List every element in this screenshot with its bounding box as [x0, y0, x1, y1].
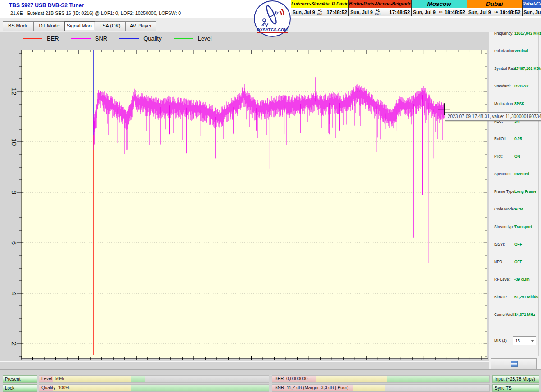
tab-av-player[interactable]: AV Player — [125, 21, 156, 31]
field-label: RollOff: — [494, 137, 507, 141]
field-label: ISSYI: — [494, 242, 505, 246]
legend-label: Level — [198, 35, 212, 42]
legend-item-level: Level — [174, 35, 212, 42]
clock-1: Berlin-Paris-Vienna-BelgradeSun, Jul 9+1… — [348, 0, 411, 16]
field-value: 34,371 MHz — [514, 312, 535, 317]
field-value: -39 dBm — [514, 277, 530, 282]
field-value: OFF — [514, 260, 522, 264]
field-carrierwidth-: CarrierWidth:34,371 MHz — [491, 312, 538, 319]
field-issyi-: ISSYI:OFF — [491, 242, 538, 248]
clock-2: MoscowSun, Jul 9+318:48:52 — [411, 0, 467, 16]
progress-bar: Quality: 100% — [39, 384, 269, 392]
field-value: ON — [514, 154, 520, 159]
clock-city-label: Moscow — [412, 0, 467, 8]
field-value: 61,291 Mbit/s — [514, 295, 538, 299]
bar-label: SNR: 11,2 dB (Margin: 3,3 dB | Poor) — [275, 385, 348, 391]
status-badge-right-0: Input (~23,78 Mbps) — [492, 375, 539, 383]
mis-selected-value: 16 — [515, 338, 520, 343]
stream-list-icon — [511, 361, 518, 367]
clock-time-row: Sun, Jul 9+419:48:52 — [467, 8, 522, 16]
signal-monitor-panel: 24681012 BERSNRQualityLevel — [0, 32, 488, 360]
clock-date: Sun, Jul 9 — [413, 9, 436, 15]
transponder-sidebar: Transponder [BS] Frequency:11617,842 MHz… — [489, 18, 541, 369]
ytick-label-4: 4 — [10, 292, 18, 295]
transponder-groupbox: Transponder [BS] Frequency:11617,842 MHz… — [491, 23, 539, 356]
stream-list-button[interactable] — [491, 358, 537, 369]
clock-4: Rabat-Casablanca-LondonSun, Jul 9+116:48… — [522, 0, 541, 16]
clock-date: Sun, Jul 9 — [468, 9, 491, 15]
legend-label: Quality — [143, 35, 161, 42]
field-bitrate-: BitRate:61,291 Mbit/s — [491, 295, 538, 301]
bar-segment-yellow — [316, 376, 387, 382]
bar-segment-yellow — [353, 385, 385, 391]
mis-label: MIS (4): — [494, 338, 508, 343]
clock-city-label: Rabat-Casablanca-London — [523, 0, 541, 8]
bar-segment-green — [131, 385, 269, 391]
field-spectrum-: Spectrum:Inverted — [491, 172, 538, 178]
offset-value: +1 — [318, 9, 322, 12]
field-value: OFF — [514, 242, 522, 246]
offset-value: +4 — [494, 10, 498, 14]
clock-date: Sun, Jul 9 — [350, 9, 373, 15]
chart-tooltip: 2023-07-09 17.48.31, value: 11,300000190… — [445, 112, 541, 121]
field-value: 0.25 — [514, 137, 522, 141]
bar-segment-empty — [385, 385, 489, 391]
field-rf-level-: RF Level:-39 dBm — [491, 277, 538, 283]
field-label: CarrierWidth: — [494, 312, 517, 317]
legend-item-quality: Quality — [119, 35, 161, 42]
field-value: 8PSK — [514, 101, 524, 106]
field-label: Pilot: — [494, 154, 503, 159]
clock-time: 17:48:52 — [389, 9, 410, 15]
legend-label: SNR — [95, 35, 107, 42]
clock-time-row: Sun, Jul 9+116:48:52 — [523, 8, 541, 16]
field-code-mode-: Code Mode:ACM — [491, 207, 538, 213]
clock-utc-offset: +4 — [492, 10, 500, 14]
tab-dt-mode[interactable]: DT Mode — [34, 21, 64, 31]
clock-city-label: Berlin-Paris-Vienna-Belgrade — [349, 0, 411, 8]
mis-select[interactable]: 16 — [513, 336, 536, 345]
status-badge-present: Present — [3, 375, 37, 383]
bar-label: BER: 0,0000000 — [275, 376, 307, 382]
clock-time: 19:48:52 — [500, 9, 521, 15]
mis-row: MIS (4): 16 — [491, 336, 538, 346]
clock-time-row: Sun, Jul 9+1DST17:48:52 — [349, 8, 411, 16]
status-badge-lock: Lock — [3, 384, 37, 392]
field-value: DVB-S2 — [514, 84, 528, 88]
chevron-down-icon — [531, 340, 534, 342]
field-value: 27497,261 KS/s — [514, 66, 541, 71]
tab-bs-mode[interactable]: BS Mode — [3, 21, 34, 31]
ytick-label-12: 12 — [10, 88, 18, 96]
bar-label: Quality: 100% — [41, 385, 69, 391]
clock-city-label: Dubai — [467, 0, 522, 8]
field-rolloff-: RollOff:0.25 — [491, 137, 538, 143]
progress-bar: Level: 56% — [39, 375, 269, 383]
field-value: Inverted — [514, 172, 529, 176]
field-stream-type-: Stream type:Transport — [491, 224, 538, 231]
status-badge-right-1: Sync TS — [492, 384, 539, 392]
clock-utc-offset: +1DST — [316, 9, 324, 15]
panel-divider — [0, 361, 541, 362]
legend-swatch — [23, 38, 42, 39]
ytick-label-6: 6 — [10, 241, 18, 245]
tab-signal-mon-[interactable]: Signal Mon. — [64, 21, 95, 31]
legend-item-ber: BER — [23, 35, 59, 42]
field-pilot-: Pilot:ON — [491, 154, 538, 160]
field-label: Frame Type: — [494, 189, 516, 194]
field-value: Long Frame — [514, 189, 536, 194]
clock-time-row: Sun, Jul 9+318:48:52 — [412, 8, 467, 16]
chart-legend: BERSNRQualityLevel — [23, 35, 212, 42]
field-label: NPD: — [494, 260, 503, 264]
tab-tsa-ok-[interactable]: TSA (OK) — [95, 21, 125, 31]
world-clocks: Lučenec-Slovakia_R.DávidSun, Jul 9+1DST1… — [291, 0, 541, 16]
clock-date: Sun, Jul 9 — [293, 9, 315, 15]
offset-value: +1 — [376, 9, 380, 12]
legend-swatch — [174, 38, 193, 39]
snr-chart[interactable]: 24681012 — [0, 32, 488, 360]
satellite-dish-icon — [257, 3, 286, 28]
ytick-label-2: 2 — [10, 342, 18, 346]
legend-swatch — [119, 38, 139, 39]
field-polarization-: Polarization:Vertical — [491, 49, 538, 55]
clock-city-label: Lučenec-Slovakia_R.Dávid — [291, 0, 348, 8]
field-label: Modulation: — [494, 101, 514, 106]
clock-utc-offset: +3 — [436, 10, 445, 14]
